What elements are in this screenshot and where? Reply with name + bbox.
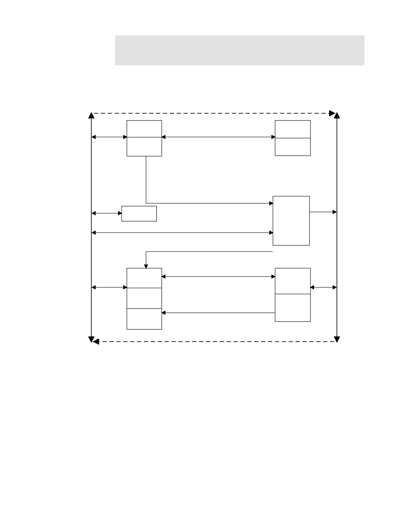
arrows-layer (0, 0, 411, 532)
arrow-elbow-top (146, 156, 273, 203)
arrow-elbow-bot (146, 252, 273, 268)
